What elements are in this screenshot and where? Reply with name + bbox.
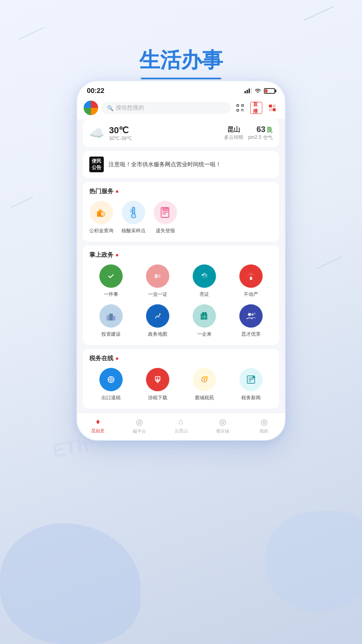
tax-label-xinwen: 税务新闻 (241, 394, 261, 401)
nav-icon-kanquzhen: ◎ (219, 417, 226, 427)
svg-text:$: $ (253, 377, 254, 378)
gov-label-yiqilai: 一企来 (197, 331, 212, 338)
status-icons (245, 88, 275, 95)
status-bar: 00:22 (77, 81, 285, 98)
gov-item-kuncai[interactable]: 昆才优享 (229, 304, 273, 338)
svg-text:¥: ¥ (204, 378, 206, 382)
weather-aqi: 63 良 pm2.5 空气 (248, 125, 273, 141)
tax-icon-lucheng: ¥ (193, 368, 216, 391)
hot-services-grid: 公积金查询 核酸采样点 (89, 201, 273, 234)
nav-item-kanquzhen[interactable]: ◎ 看区镇 (202, 417, 243, 434)
gov-icon-budongchan (239, 264, 263, 288)
aqi-type: pm2.5 (248, 134, 261, 141)
nav-item-kunruyi[interactable]: ♦ 昆如意 (77, 417, 119, 434)
tax-services-section: 税务在线 出口退税 (83, 349, 279, 409)
app-logo[interactable] (84, 101, 98, 115)
gov-icon-yiqilai (193, 304, 216, 328)
nav-icon-cipingtai: ◎ (136, 417, 143, 427)
svg-rect-31 (155, 275, 158, 278)
gov-services-title: 掌上政务 (89, 251, 273, 259)
nav-item-yunkunshan[interactable]: ⌂ 云昆山 (160, 417, 202, 434)
svg-rect-5 (237, 105, 239, 107)
svg-rect-7 (237, 109, 239, 111)
search-actions: 直播 (234, 102, 278, 114)
weather-card[interactable]: ☁️ 30℃ 30℃-39℃ 昆山 多云转晴 63 良 pm2.5 (83, 119, 279, 147)
nav-item-wode[interactable]: ◎ 我的 (243, 417, 285, 434)
notice-card[interactable]: 便民 公告 注意啦！全市供水服务网点营业时间统一啦！ (83, 151, 279, 178)
svg-point-49 (159, 314, 161, 315)
gov-services-grid: 一件事 一业一证 (89, 264, 273, 338)
svg-rect-3 (251, 88, 252, 93)
search-input-area[interactable]: 🔍 搜你想搜的 (101, 102, 231, 114)
service-icon-gongjijin (90, 201, 113, 224)
bg-decoration-4 (316, 256, 348, 281)
search-bar[interactable]: 🔍 搜你想搜的 直播 (77, 98, 285, 119)
service-label-yishi: 遗失登报 (156, 227, 175, 234)
search-placeholder: 搜你想搜的 (116, 104, 144, 111)
service-label-gongjijin: 公积金查询 (89, 227, 113, 234)
aqi-value: 63 (257, 125, 265, 134)
svg-rect-45 (112, 316, 115, 320)
aqi-label: 空气 (263, 134, 273, 141)
service-item-hesuan[interactable]: 核酸采样点 (121, 201, 146, 234)
notification-button[interactable] (266, 102, 278, 114)
bottom-nav: ♦ 昆如意 ◎ 磁平台 ⌂ 云昆山 ◎ 看区镇 ◎ 我的 (77, 413, 285, 440)
service-icon-hesuan (122, 201, 145, 224)
notice-text: 注意啦！全市供水服务网点营业时间统一啦！ (109, 160, 221, 169)
nav-label-kanquzhen: 看区镇 (216, 428, 229, 434)
gov-item-yiyeyizheng[interactable]: 一业一证 (136, 264, 179, 298)
weather-main: 30℃ 30℃-39℃ (109, 125, 219, 141)
tax-item-sheshui[interactable]: 涉税下载 (136, 368, 179, 401)
nav-icon-wode: ◎ (261, 417, 267, 427)
svg-rect-1 (247, 90, 248, 93)
nav-label-yunkunshan: 云昆山 (175, 428, 188, 434)
gov-services-section: 掌上政务 一件事 (83, 246, 279, 345)
nav-icon-yunkunshan: ⌂ (179, 417, 183, 426)
bg-blob-right (265, 511, 362, 612)
gov-label-budongchan: 不动产 (244, 291, 258, 298)
gov-label-liangzheng: 亮证 (200, 291, 209, 298)
tax-label-lucheng: 鹿城税苑 (195, 394, 214, 401)
gov-item-zhengwuditu[interactable]: 政务地图 (136, 304, 179, 338)
weather-icon-area: ☁️ (89, 126, 104, 140)
nav-label-cipingtai: 磁平台 (133, 428, 146, 434)
scan-button[interactable] (234, 102, 246, 114)
weather-cloud-icon: ☁️ (89, 126, 104, 140)
bg-blob-left (0, 523, 141, 644)
tax-services-grid: 出口退税 涉税下载 (89, 368, 273, 401)
svg-rect-0 (245, 91, 246, 93)
tax-label-sheshui: 涉税下载 (148, 394, 167, 401)
hot-services-section: 热门服务 公积金查询 (83, 182, 279, 242)
service-item-yishi[interactable]: NEWS 遗失登报 (154, 201, 177, 234)
weather-location: 昆山 多云转晴 (224, 126, 243, 141)
tax-item-chukou[interactable]: 出口退税 (89, 368, 133, 401)
gov-item-touzi[interactable]: 投资建设 (89, 304, 133, 338)
title-underline (141, 78, 221, 79)
service-item-gongjijin[interactable]: 公积金查询 (89, 201, 113, 234)
gov-item-yijiànshi[interactable]: 一件事 (89, 264, 133, 298)
live-button[interactable]: 直播 (250, 102, 262, 114)
nav-item-cipingtai[interactable]: ◎ 磁平台 (119, 417, 160, 434)
tax-item-xinwen[interactable]: $ 税务新闻 (229, 368, 273, 401)
gov-item-yiqilai[interactable]: 一企来 (183, 304, 226, 338)
svg-rect-32 (158, 275, 161, 276)
gov-item-budongchan[interactable]: 不动产 (229, 264, 273, 298)
svg-rect-33 (158, 277, 160, 277)
gov-item-liangzheng[interactable]: 证A 亮证 (183, 264, 226, 298)
phone-frame: 00:22 (76, 80, 286, 441)
gov-label-touzi: 投资建设 (101, 331, 121, 338)
svg-rect-11 (269, 105, 272, 107)
gov-label-yijianshi: 一件事 (104, 291, 118, 298)
gov-icon-liangzheng: 证A (193, 264, 216, 288)
tax-item-lucheng[interactable]: ¥ 鹿城税苑 (183, 368, 226, 401)
battery-icon (264, 88, 275, 94)
status-time: 00:22 (87, 87, 104, 95)
tax-icon-xinwen: $ (239, 368, 263, 391)
aqi-quality: 良 (266, 126, 273, 134)
phone-content: ☁️ 30℃ 30℃-39℃ 昆山 多云转晴 63 良 pm2.5 (77, 119, 285, 413)
gov-label-kuncai: 昆才优享 (241, 331, 261, 338)
tax-label-chukou: 出口退税 (101, 394, 121, 401)
gov-icon-yiyeyizheng (146, 264, 169, 288)
svg-rect-6 (242, 105, 244, 107)
nav-icon-kunruyi: ♦ (96, 417, 100, 426)
